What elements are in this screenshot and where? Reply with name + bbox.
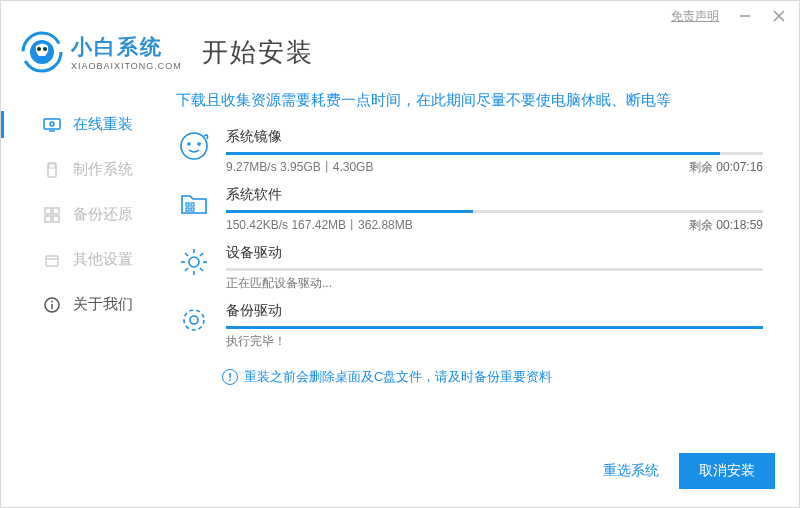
svg-point-8 (50, 122, 54, 126)
sidebar-item-about[interactable]: 关于我们 (1, 283, 166, 326)
monitor-icon (43, 116, 61, 134)
folder-icon (176, 186, 212, 222)
svg-point-5 (37, 47, 41, 51)
brand: 小白系统 XIAOBAIXITONG.COM (21, 31, 182, 73)
sidebar-item-make[interactable]: 制作系统 (1, 148, 166, 191)
progress-bar (226, 268, 763, 271)
sidebar: 在线重装 制作系统 备份还原 其他设置 关于我们 (1, 83, 166, 435)
app-window: 免责声明 小白系统 XIAOBAIXITONG.COM 开始安装 (0, 0, 800, 508)
task-status: 150.42KB/s 167.42MB丨362.88MB (226, 217, 413, 234)
svg-rect-11 (49, 164, 55, 168)
svg-rect-26 (186, 208, 189, 211)
close-button[interactable] (771, 8, 787, 24)
face-icon (176, 128, 212, 164)
progress-fill (226, 210, 473, 213)
svg-point-28 (189, 257, 199, 267)
sidebar-item-label: 其他设置 (73, 250, 133, 269)
sidebar-item-reinstall[interactable]: 在线重装 (1, 103, 166, 146)
main-panel: 下载且收集资源需要耗费一点时间，在此期间尽量不要使电脑休眠、断电等 系统镜像 9… (166, 83, 799, 435)
task-status: 正在匹配设备驱动... (226, 275, 332, 292)
task-system-software: 系统软件 150.42KB/s 167.42MB丨362.88MB剩余 00:1… (176, 186, 763, 234)
svg-point-23 (197, 142, 201, 146)
svg-rect-14 (45, 216, 51, 222)
close-icon (772, 9, 786, 23)
cancel-install-button[interactable]: 取消安装 (679, 453, 775, 489)
minimize-button[interactable] (737, 8, 753, 24)
titlebar: 免责声明 (1, 1, 799, 31)
sidebar-item-other[interactable]: 其他设置 (1, 238, 166, 281)
svg-point-29 (184, 310, 204, 330)
page-title: 开始安装 (202, 35, 314, 70)
task-title: 设备驱动 (226, 244, 282, 262)
svg-point-30 (190, 316, 198, 324)
warning-icon: ! (222, 369, 238, 385)
task-title: 系统镜像 (226, 128, 282, 146)
task-eta: 剩余 00:07:16 (689, 159, 763, 176)
task-system-image: 系统镜像 9.27MB/s 3.95GB丨4.30GB剩余 00:07:16 (176, 128, 763, 176)
disclaimer-link[interactable]: 免责声明 (671, 8, 719, 25)
brand-url: XIAOBAIXITONG.COM (71, 61, 182, 71)
progress-bar (226, 326, 763, 329)
task-title: 系统软件 (226, 186, 282, 204)
gear-icon (176, 244, 212, 280)
reselect-button[interactable]: 重选系统 (603, 462, 659, 480)
usb-icon (43, 161, 61, 179)
warning-text: 重装之前会删除桌面及C盘文件，请及时备份重要资料 (244, 368, 552, 386)
footer: 重选系统 取消安装 (1, 435, 799, 507)
info-icon (43, 296, 61, 314)
svg-point-6 (43, 47, 47, 51)
svg-rect-12 (45, 208, 51, 214)
svg-rect-16 (46, 256, 58, 266)
progress-fill (226, 326, 763, 329)
sidebar-item-label: 在线重装 (73, 115, 133, 134)
header: 小白系统 XIAOBAIXITONG.COM 开始安装 (1, 31, 799, 83)
box-icon (43, 251, 61, 269)
svg-rect-7 (44, 119, 60, 129)
task-eta: 剩余 00:18:59 (689, 217, 763, 234)
svg-rect-25 (191, 203, 194, 206)
warning-row: ! 重装之前会删除桌面及C盘文件，请及时备份重要资料 (176, 368, 763, 386)
grid-icon (43, 206, 61, 224)
tip-text: 下载且收集资源需要耗费一点时间，在此期间尽量不要使电脑休眠、断电等 (176, 91, 763, 110)
task-status: 9.27MB/s 3.95GB丨4.30GB (226, 159, 373, 176)
sidebar-item-label: 关于我们 (73, 295, 133, 314)
brand-name: 小白系统 (71, 33, 182, 61)
progress-bar (226, 210, 763, 213)
svg-rect-27 (191, 208, 194, 211)
task-title: 备份驱动 (226, 302, 282, 320)
task-device-driver: 设备驱动 正在匹配设备驱动... (176, 244, 763, 292)
svg-point-19 (51, 300, 53, 302)
sidebar-item-backup[interactable]: 备份还原 (1, 193, 166, 236)
svg-point-21 (181, 133, 207, 159)
svg-point-22 (187, 142, 191, 146)
svg-rect-15 (53, 216, 59, 222)
svg-rect-13 (53, 208, 59, 214)
progress-fill (226, 152, 720, 155)
task-status: 执行完毕！ (226, 333, 286, 350)
task-backup-driver: 备份驱动 执行完毕！ (176, 302, 763, 350)
logo-icon (21, 31, 63, 73)
gear-dashed-icon (176, 302, 212, 338)
minimize-icon (738, 9, 752, 23)
svg-rect-24 (186, 203, 189, 206)
sidebar-item-label: 备份还原 (73, 205, 133, 224)
sidebar-item-label: 制作系统 (73, 160, 133, 179)
progress-bar (226, 152, 763, 155)
